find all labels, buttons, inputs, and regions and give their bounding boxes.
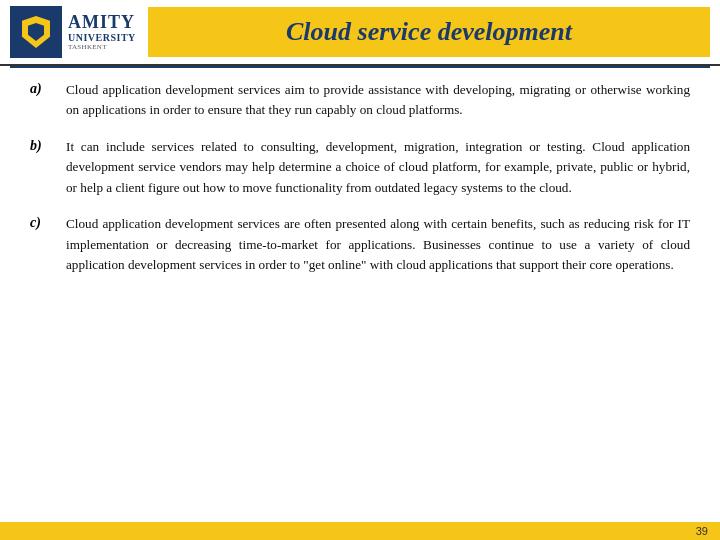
list-item-c: c) Cloud application development service… — [30, 214, 690, 275]
logo-box — [10, 6, 62, 58]
header-title-area: Cloud service development — [148, 7, 710, 57]
list-text-b: It can include services related to consu… — [66, 137, 690, 198]
slide-header: AMITY UNIVERSITY TASHKENT Cloud service … — [0, 0, 720, 66]
logo-text-group: AMITY UNIVERSITY TASHKENT — [68, 13, 136, 52]
logo-area: AMITY UNIVERSITY TASHKENT — [10, 6, 140, 58]
logo-shield-inner — [28, 23, 44, 41]
logo-tashkent-text: TASHKENT — [68, 43, 136, 51]
list-text-c: Cloud application development services a… — [66, 214, 690, 275]
logo-amity-text: AMITY — [68, 13, 136, 33]
logo-shield-icon — [22, 16, 50, 48]
slide-footer: 39 — [0, 522, 720, 540]
list-item-a: a) Cloud application development service… — [30, 80, 690, 121]
logo-university-text: UNIVERSITY — [68, 32, 136, 43]
page-number: 39 — [696, 525, 708, 537]
slide: AMITY UNIVERSITY TASHKENT Cloud service … — [0, 0, 720, 540]
list-label-a: a) — [30, 80, 52, 97]
list-label-b: b) — [30, 137, 52, 154]
slide-content: a) Cloud application development service… — [0, 68, 720, 522]
list-item-b: b) It can include services related to co… — [30, 137, 690, 198]
slide-title: Cloud service development — [286, 17, 572, 47]
list-text-a: Cloud application development services a… — [66, 80, 690, 121]
list-label-c: c) — [30, 214, 52, 231]
